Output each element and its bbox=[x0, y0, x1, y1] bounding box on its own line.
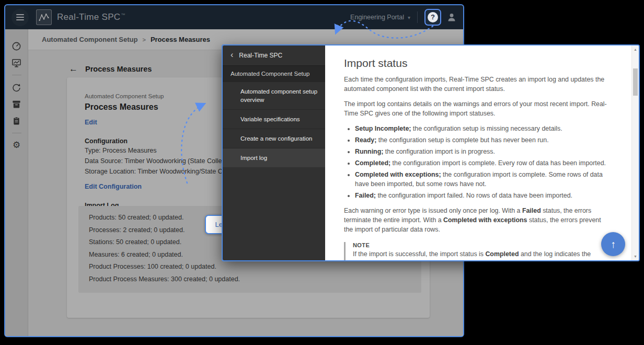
help-panel: ‹ Real-Time SPC Automated Component Setu… bbox=[222, 44, 640, 261]
status-list-item: Ready; the configuration setup is comple… bbox=[355, 136, 608, 145]
help-section-header: Automated Component Setup bbox=[223, 65, 325, 82]
help-back-label: Real-Time SPC bbox=[239, 52, 282, 59]
help-scrollbar[interactable]: ▲ ▼ bbox=[631, 45, 639, 260]
note-text: If the import is successful, the import … bbox=[353, 250, 608, 260]
help-article: Import status Each time the configuratio… bbox=[325, 45, 631, 260]
back-to-top-button[interactable]: ↑ bbox=[601, 232, 625, 256]
article-paragraph: Each time the configuration imports, Rea… bbox=[344, 75, 608, 94]
help-menu-item-create-config[interactable]: Create a new configuration bbox=[223, 129, 325, 148]
status-list: Setup Incomplete; the configuration setu… bbox=[346, 124, 608, 201]
article-paragraph: The import log contains details on the w… bbox=[344, 100, 608, 119]
note-label: NOTE bbox=[353, 242, 608, 248]
article-title: Import status bbox=[344, 57, 608, 70]
scroll-up-icon[interactable]: ▲ bbox=[632, 48, 639, 51]
status-list-item: Completed; the configuration import is c… bbox=[355, 159, 608, 168]
screenshot-frame: Real-Time SPC™ Engineering Portal ▾ ? bbox=[0, 0, 644, 345]
status-list-item: Failed; the configuration import failed.… bbox=[355, 191, 608, 201]
up-arrow-icon: ↑ bbox=[611, 238, 616, 250]
status-list-item: Setup Incomplete; the configuration setu… bbox=[355, 124, 608, 134]
status-list-item: Completed with exceptions; the configura… bbox=[355, 170, 608, 189]
help-menu-item-overview[interactable]: Automated component setup overview bbox=[223, 82, 325, 109]
scroll-down-icon[interactable]: ▼ bbox=[632, 255, 639, 258]
status-list-item: Running; the configuration import is in … bbox=[355, 147, 608, 157]
help-sidebar: ‹ Real-Time SPC Automated Component Setu… bbox=[223, 45, 325, 260]
article-paragraph: Each warning or error type is issued onl… bbox=[344, 206, 608, 235]
help-button[interactable]: ? bbox=[424, 9, 441, 26]
help-back-nav[interactable]: ‹ Real-Time SPC bbox=[223, 45, 325, 65]
scrollbar-thumb[interactable] bbox=[633, 68, 638, 96]
back-chevron-icon: ‹ bbox=[231, 51, 233, 59]
note-block: NOTE If the import is successful, the im… bbox=[344, 242, 608, 260]
help-menu-item-import-log[interactable]: Import log bbox=[223, 148, 325, 167]
question-mark-icon: ? bbox=[428, 12, 438, 22]
help-menu-item-variable-specs[interactable]: Variable specifications bbox=[223, 109, 325, 129]
